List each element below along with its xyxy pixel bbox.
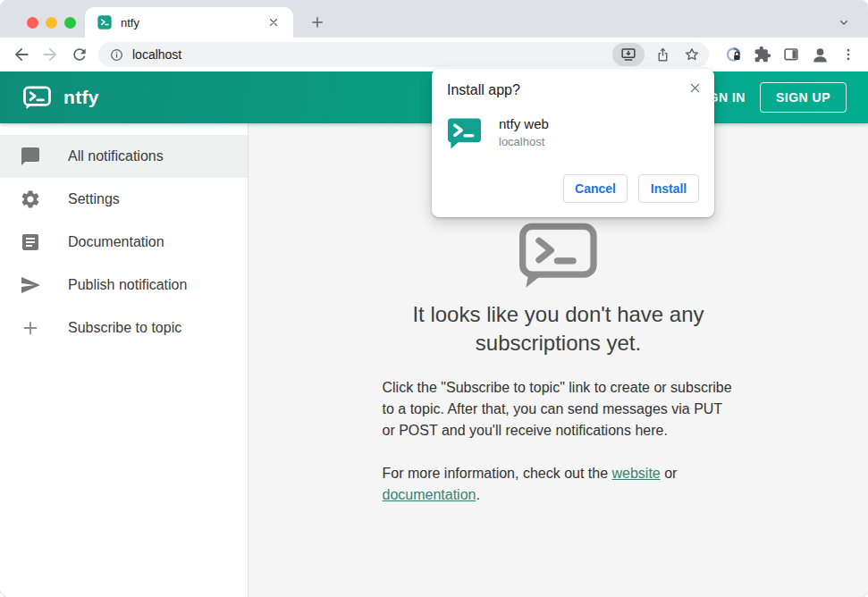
ntfy-logo-icon bbox=[23, 86, 51, 110]
empty-state-heading: It looks like you don't have any subscri… bbox=[383, 300, 735, 357]
dialog-app-name: ntfy web bbox=[499, 116, 549, 131]
empty-state-more-info: For more information, check out the webs… bbox=[383, 463, 735, 506]
forward-icon bbox=[40, 45, 60, 64]
profile-avatar-icon[interactable] bbox=[810, 45, 830, 64]
sign-up-button[interactable]: SIGN UP bbox=[760, 82, 847, 113]
install-app-dialog: Install app? ntfy web localhost Cancel I… bbox=[432, 69, 714, 217]
sidebar: All notifications Settings Documentation… bbox=[0, 123, 249, 597]
ntfy-favicon-icon bbox=[97, 15, 112, 29]
menu-kebab-icon[interactable] bbox=[839, 45, 858, 64]
sidebar-item-subscribe-to-topic[interactable]: Subscribe to topic bbox=[0, 307, 248, 349]
share-icon[interactable] bbox=[651, 43, 674, 66]
browser-tab-ntfy[interactable]: ntfy bbox=[85, 7, 293, 38]
browser-toolbar: localhost bbox=[0, 38, 868, 71]
macos-traffic-lights bbox=[27, 17, 76, 29]
browser-window: ntfy localhost bbox=[0, 0, 868, 597]
sidebar-item-all-notifications[interactable]: All notifications bbox=[0, 135, 248, 178]
dialog-close-icon[interactable] bbox=[686, 79, 704, 97]
ntfy-app-icon bbox=[447, 114, 482, 149]
article-icon bbox=[20, 231, 41, 253]
sidebar-item-publish-notification[interactable]: Publish notification bbox=[0, 264, 248, 307]
sidebar-item-label: Settings bbox=[68, 191, 120, 207]
tab-close-icon[interactable] bbox=[265, 13, 282, 31]
gear-icon bbox=[20, 189, 41, 210]
sidebar-item-label: Subscribe to topic bbox=[68, 320, 181, 336]
new-tab-button[interactable] bbox=[307, 12, 328, 33]
dialog-title: Install app? bbox=[447, 82, 699, 98]
extensions-puzzle-icon[interactable] bbox=[753, 45, 772, 64]
website-link[interactable]: website bbox=[612, 466, 661, 481]
address-bar[interactable]: localhost bbox=[98, 42, 709, 67]
reload-icon[interactable] bbox=[70, 45, 89, 64]
dialog-app-origin: localhost bbox=[499, 135, 549, 148]
sidebar-item-label: Documentation bbox=[68, 234, 164, 250]
sidebar-item-label: All notifications bbox=[68, 148, 164, 164]
sidebar-item-documentation[interactable]: Documentation bbox=[0, 221, 248, 264]
site-info-icon[interactable] bbox=[109, 47, 124, 63]
install-button[interactable]: Install bbox=[638, 174, 699, 203]
privacy-extension-icon[interactable] bbox=[724, 45, 744, 64]
sidebar-item-label: Publish notification bbox=[68, 277, 187, 293]
documentation-link[interactable]: documentation bbox=[383, 487, 476, 502]
side-panel-icon[interactable] bbox=[781, 45, 801, 64]
more-info-period: . bbox=[476, 487, 479, 502]
brand-title: ntfy bbox=[63, 87, 99, 108]
empty-state-paragraph: Click the "Subscribe to topic" link to c… bbox=[383, 377, 735, 441]
sidebar-item-settings[interactable]: Settings bbox=[0, 178, 248, 221]
tab-search-chevron-icon[interactable] bbox=[834, 13, 854, 32]
bookmark-star-icon[interactable] bbox=[680, 43, 704, 66]
window-minimize-button[interactable] bbox=[46, 17, 57, 29]
cancel-button[interactable]: Cancel bbox=[563, 174, 628, 203]
tab-strip: ntfy bbox=[0, 0, 868, 38]
chat-bubble-icon bbox=[20, 146, 41, 167]
plus-icon bbox=[20, 317, 41, 339]
more-info-or: or bbox=[661, 466, 678, 481]
back-icon[interactable] bbox=[12, 45, 31, 64]
window-zoom-button[interactable] bbox=[64, 17, 76, 29]
send-icon bbox=[20, 274, 41, 296]
more-info-text: For more information, check out the bbox=[383, 466, 612, 481]
window-close-button[interactable] bbox=[27, 17, 38, 29]
install-app-icon[interactable] bbox=[612, 43, 645, 66]
tab-title: ntfy bbox=[121, 16, 265, 29]
url-text[interactable]: localhost bbox=[132, 47, 612, 62]
ntfy-empty-state-icon bbox=[383, 222, 735, 291]
